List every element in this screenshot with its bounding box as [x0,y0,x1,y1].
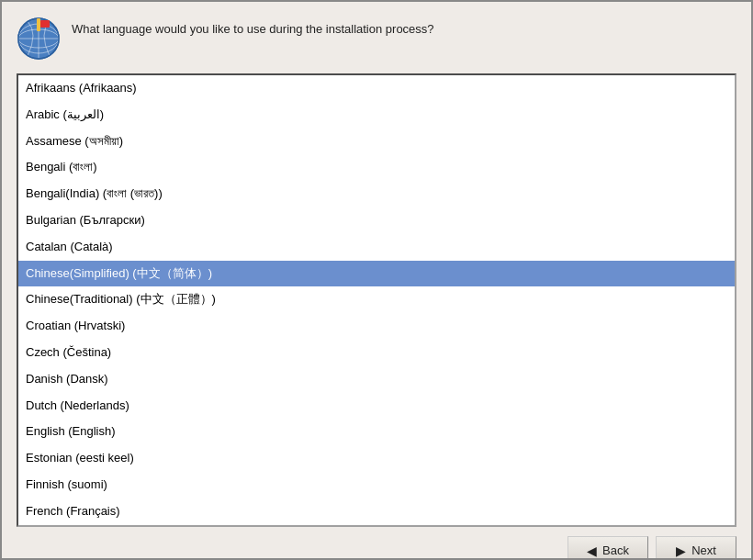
installer-window: What language would you like to use duri… [2,2,751,558]
list-item[interactable]: Chinese(Simplified) (中文（简体）) [18,261,735,287]
list-item[interactable]: Bengali(India) (বাংলা (ভারত)) [18,181,735,207]
list-item[interactable]: Chinese(Traditional) (中文（正體）) [18,286,735,313]
back-label: Back [602,543,629,557]
list-item[interactable]: Finnish (suomi) [18,472,735,498]
language-list[interactable]: Afrikaans (Afrikaans)Arabic (العربية)Ass… [18,75,735,525]
list-item[interactable]: French (Français) [18,498,735,525]
back-button[interactable]: ◀ Back [568,536,648,560]
list-item[interactable]: Bengali (বাংলা) [18,154,735,181]
back-icon: ◀ [587,543,597,558]
footer-section: ◀ Back ▶ Next [17,527,736,560]
list-item[interactable]: Afrikaans (Afrikaans) [18,75,735,102]
list-item[interactable]: Dutch (Nederlands) [18,393,735,420]
list-item[interactable]: Catalan (Català) [18,234,735,261]
next-icon: ▶ [676,543,686,558]
list-item[interactable]: Croatian (Hrvatski) [18,313,735,340]
content-area: What language would you like to use duri… [2,2,751,560]
list-item[interactable]: Bulgarian (Български) [18,207,735,234]
header-section: What language would you like to use duri… [17,17,736,61]
list-item[interactable]: Danish (Dansk) [18,366,735,393]
list-item[interactable]: Estonian (eesti keel) [18,445,735,472]
list-item[interactable]: English (English) [18,419,735,445]
next-label: Next [691,543,716,557]
language-list-container: Afrikaans (Afrikaans)Arabic (العربية)Ass… [17,73,736,527]
svg-rect-6 [37,18,40,31]
next-button[interactable]: ▶ Next [656,536,736,560]
svg-rect-7 [40,20,50,28]
list-item[interactable]: Czech (Čeština) [18,340,735,366]
flag-icon [17,17,61,61]
list-item[interactable]: Arabic (العربية) [18,102,735,129]
question-text: What language would you like to use duri… [72,17,434,39]
list-item[interactable]: Assamese (অসমীয়া) [18,129,735,155]
